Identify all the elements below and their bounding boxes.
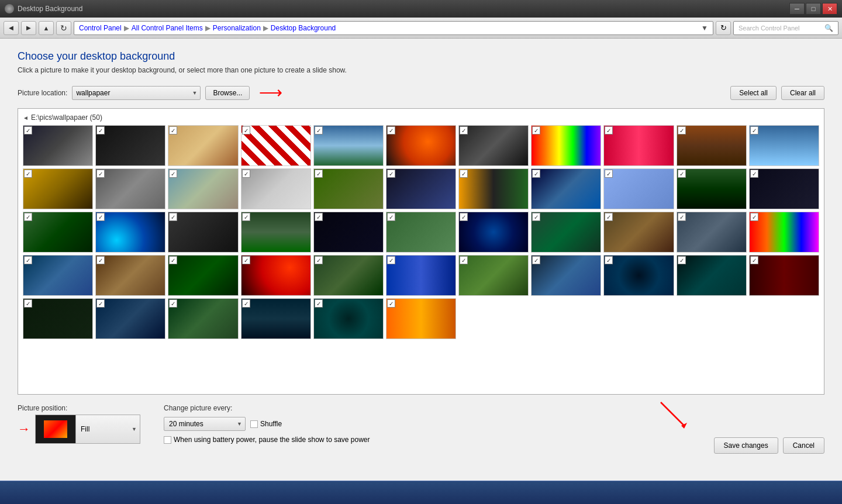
wallpaper-thumbnail[interactable] (313, 212, 384, 253)
wallpaper-item[interactable] (603, 168, 674, 209)
address-dropdown-arrow[interactable]: ▼ (701, 24, 708, 32)
wallpaper-item[interactable] (241, 255, 311, 296)
wallpaper-thumbnail[interactable] (677, 168, 747, 209)
wallpaper-thumbnail[interactable] (23, 168, 93, 209)
wallpaper-thumbnail[interactable] (23, 212, 93, 253)
wallpaper-thumbnail[interactable] (386, 298, 456, 339)
wallpaper-item[interactable] (95, 212, 165, 253)
wallpaper-thumbnail[interactable] (531, 168, 601, 209)
wallpaper-thumbnail[interactable] (749, 255, 819, 296)
wallpaper-checkbox[interactable] (315, 256, 323, 264)
wallpaper-checkbox[interactable] (242, 213, 250, 221)
wallpaper-item[interactable] (458, 212, 529, 253)
wallpaper-checkbox[interactable] (460, 170, 468, 178)
wallpaper-thumbnail[interactable] (386, 255, 456, 296)
wallpaper-thumbnail[interactable] (168, 168, 238, 209)
wallpaper-item[interactable] (749, 212, 819, 253)
wallpaper-item[interactable] (313, 125, 384, 166)
path-allitems[interactable]: All Control Panel Items (132, 24, 203, 32)
wallpaper-checkbox[interactable] (242, 299, 250, 308)
wallpaper-checkbox[interactable] (96, 256, 105, 264)
wallpaper-checkbox[interactable] (315, 299, 323, 308)
search-box[interactable]: Search Control Panel 🔍 (733, 21, 838, 35)
wallpaper-thumbnail[interactable] (95, 168, 165, 209)
wallpaper-checkbox[interactable] (750, 256, 758, 264)
wallpaper-thumbnail[interactable] (23, 255, 93, 296)
wallpaper-checkbox[interactable] (532, 126, 540, 134)
path-personalization[interactable]: Personalization (213, 24, 261, 32)
wallpaper-checkbox[interactable] (460, 126, 468, 134)
select-all-button[interactable]: Select all (730, 86, 777, 100)
battery-checkbox[interactable] (164, 436, 171, 444)
wallpaper-item[interactable] (386, 125, 456, 166)
wallpaper-thumbnail[interactable] (386, 125, 456, 166)
wallpaper-thumbnail[interactable] (95, 125, 165, 166)
wallpaper-item[interactable] (531, 212, 601, 253)
wallpaper-item[interactable] (241, 125, 311, 166)
wallpaper-checkbox[interactable] (678, 126, 686, 134)
wallpaper-checkbox[interactable] (605, 170, 613, 178)
maximize-button[interactable]: □ (806, 3, 821, 15)
wallpaper-thumbnail[interactable] (749, 125, 819, 166)
wallpaper-thumbnail[interactable] (458, 255, 529, 296)
wallpaper-item[interactable] (386, 298, 456, 339)
wallpaper-thumbnail[interactable] (603, 255, 674, 296)
wallpaper-thumbnail[interactable] (386, 212, 456, 253)
wallpaper-checkbox[interactable] (532, 170, 540, 178)
wallpaper-checkbox[interactable] (532, 256, 540, 264)
cancel-button[interactable]: Cancel (783, 437, 824, 454)
wallpaper-item[interactable] (168, 212, 238, 253)
wallpaper-checkbox[interactable] (678, 170, 686, 178)
wallpaper-checkbox[interactable] (387, 299, 395, 308)
wallpaper-checkbox[interactable] (96, 126, 105, 134)
wallpaper-item[interactable] (313, 298, 384, 339)
position-select[interactable]: Fill Fit Stretch Tile Center (76, 415, 140, 444)
wallpaper-item[interactable] (677, 255, 747, 296)
wallpaper-thumbnail[interactable] (603, 168, 674, 209)
wallpaper-item[interactable] (458, 168, 529, 209)
up-button[interactable]: ▲ (39, 21, 54, 35)
title-bar-buttons[interactable]: ─ □ ✕ (789, 3, 837, 15)
path-controlpanel[interactable]: Control Panel (79, 24, 122, 32)
wallpaper-thumbnail[interactable] (168, 255, 238, 296)
wallpaper-item[interactable] (677, 168, 747, 209)
wallpaper-thumbnail[interactable] (386, 168, 456, 209)
wallpaper-thumbnail[interactable] (313, 168, 384, 209)
wallpaper-item[interactable] (168, 168, 238, 209)
wallpaper-thumbnail[interactable] (458, 168, 529, 209)
wallpaper-item[interactable] (168, 255, 238, 296)
wallpaper-thumbnail[interactable] (677, 255, 747, 296)
wallpaper-thumbnail[interactable] (241, 255, 311, 296)
wallpaper-thumbnail[interactable] (458, 212, 529, 253)
wallpaper-checkbox[interactable] (24, 256, 32, 264)
wallpaper-item[interactable] (603, 125, 674, 166)
wallpaper-checkbox[interactable] (750, 170, 758, 178)
wallpaper-item[interactable] (531, 125, 601, 166)
wallpaper-thumbnail[interactable] (168, 298, 238, 339)
wallpaper-thumbnail[interactable] (95, 212, 165, 253)
wallpaper-item[interactable] (95, 168, 165, 209)
wallpaper-checkbox[interactable] (242, 256, 250, 264)
wallpaper-item[interactable] (168, 298, 238, 339)
interval-select[interactable]: 10 seconds 30 seconds 1 minute 2 minutes… (164, 417, 246, 431)
wallpaper-item[interactable] (531, 255, 601, 296)
wallpaper-item[interactable] (386, 212, 456, 253)
search-icon[interactable]: 🔍 (824, 24, 833, 32)
wallpaper-checkbox[interactable] (24, 213, 32, 221)
wallpaper-checkbox[interactable] (387, 256, 395, 264)
wallpaper-checkbox[interactable] (24, 126, 32, 134)
wallpaper-thumbnail[interactable] (241, 168, 311, 209)
wallpaper-checkbox[interactable] (96, 299, 105, 308)
wallpaper-item[interactable] (313, 212, 384, 253)
wallpaper-item[interactable] (313, 255, 384, 296)
wallpaper-thumbnail[interactable] (531, 125, 601, 166)
wallpaper-item[interactable] (241, 298, 311, 339)
wallpaper-checkbox[interactable] (24, 299, 32, 308)
wallpaper-thumbnail[interactable] (749, 212, 819, 253)
wallpaper-thumbnail[interactable] (749, 168, 819, 209)
wallpaper-thumbnail[interactable] (313, 125, 384, 166)
wallpaper-item[interactable] (458, 255, 529, 296)
wallpaper-checkbox[interactable] (242, 170, 250, 178)
wallpaper-checkbox[interactable] (96, 170, 105, 178)
shuffle-row[interactable]: Shuffle (250, 420, 282, 428)
